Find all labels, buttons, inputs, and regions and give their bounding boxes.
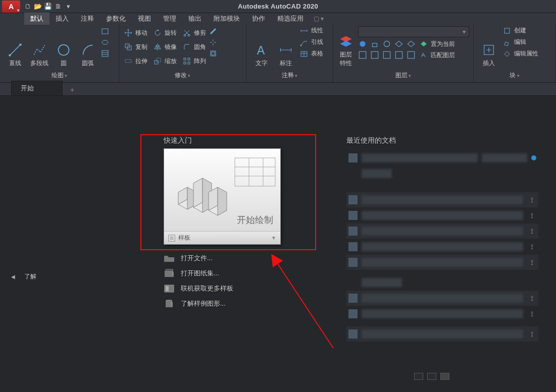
qat-saveas-icon[interactable]: 🗎 (54, 2, 63, 11)
pin-icon[interactable]: ⟟ (527, 211, 536, 220)
panel-draw-title[interactable]: 绘图 (52, 72, 68, 79)
erase-icon[interactable] (209, 27, 217, 35)
move-button[interactable]: 移动 (123, 26, 148, 39)
dimension-button[interactable]: 标注 (275, 26, 297, 68)
recent-item[interactable]: ⟟ (346, 306, 538, 321)
recent-item[interactable]: ⟟ (346, 192, 538, 207)
open-sheetset-link[interactable]: 打开图纸集... (164, 269, 281, 278)
ribbon-overflow-icon[interactable]: ▢ ▾ (314, 15, 324, 22)
sample-drawings-link[interactable]: 了解样例图形... (164, 299, 281, 308)
layer-a-icon[interactable] (358, 50, 367, 60)
recent-item[interactable]: ⟟ (346, 239, 538, 254)
leader-button[interactable]: 引线 (299, 38, 324, 46)
recent-item[interactable]: ⟟ (346, 326, 538, 342)
layer-freeze-icon[interactable] (358, 39, 367, 48)
tab-start[interactable]: 开始 (11, 81, 63, 95)
create-block-button[interactable]: 创建 (502, 26, 539, 35)
view-list-icon[interactable] (414, 373, 423, 380)
recent-item[interactable] (346, 275, 538, 290)
tab-featured[interactable]: 精选应用 (271, 13, 310, 25)
svg-rect-23 (373, 43, 377, 47)
view-grid-icon[interactable] (440, 373, 449, 380)
text-button[interactable]: A 文字 (250, 26, 273, 68)
learn-nav[interactable]: ◀ 了解 (11, 272, 36, 281)
pin-icon[interactable]: ⟟ (527, 258, 536, 267)
tab-default[interactable]: 默认 (24, 13, 49, 25)
qat-save-icon[interactable]: 💾 (43, 2, 53, 11)
pin-icon[interactable]: ⟟ (527, 227, 536, 236)
tab-view[interactable]: 视图 (132, 13, 157, 25)
layer-d-icon[interactable] (394, 50, 403, 60)
tab-collaborate[interactable]: 协作 (246, 13, 271, 25)
recent-item[interactable]: ⟟ (346, 255, 538, 270)
new-tab-button[interactable]: + (67, 84, 78, 95)
layer-c-icon[interactable] (382, 50, 391, 60)
panel-block-title[interactable]: 块 (510, 72, 520, 79)
line-button[interactable]: 直线 (4, 26, 26, 68)
rotate-button[interactable]: 旋转 (153, 26, 178, 39)
layer-lock-icon[interactable] (370, 39, 379, 48)
copy-button[interactable]: 复制 (123, 40, 148, 53)
layer-properties-button[interactable]: 图层 特性 (337, 26, 354, 68)
polyline-button[interactable]: 多段线 (28, 26, 50, 68)
explode-icon[interactable] (209, 38, 217, 46)
stretch-button[interactable]: 拉伸 (123, 54, 148, 68)
qat-new-icon[interactable]: 🗋 (23, 2, 32, 11)
layer-unisolate-icon[interactable] (407, 39, 416, 48)
layer-isolate-icon[interactable] (394, 39, 403, 48)
rotate-icon (154, 29, 162, 37)
rect-icon[interactable] (101, 27, 109, 35)
layer-dropdown[interactable]: ▾ (358, 26, 469, 37)
tab-output[interactable]: 输出 (182, 13, 208, 25)
open-file-link[interactable]: 打开文件... (164, 254, 281, 263)
doc-thumb-icon (348, 195, 358, 204)
panel-layer-title[interactable]: 图层 (395, 72, 412, 79)
recent-item[interactable]: ⟟ (346, 223, 538, 239)
panel-modify-title[interactable]: 修改 (175, 72, 191, 79)
tab-addins[interactable]: 附加模块 (208, 13, 246, 25)
tab-annotate[interactable]: 注释 (75, 13, 100, 25)
app-logo[interactable]: A (2, 1, 20, 13)
mirror-button[interactable]: 镜像 (153, 40, 178, 53)
edit-attr-button[interactable]: 编辑属性 (502, 49, 539, 58)
qat-open-icon[interactable]: 📂 (33, 2, 42, 11)
recent-item[interactable] (346, 166, 538, 181)
table-button[interactable]: 表格 (299, 49, 324, 58)
pin-icon[interactable]: ⟟ (527, 329, 536, 339)
layer-e-icon[interactable] (407, 50, 416, 60)
view-detail-icon[interactable] (427, 373, 436, 380)
svg-point-20 (300, 44, 302, 46)
pin-icon[interactable]: ⟟ (527, 195, 536, 204)
layer-b-icon[interactable] (370, 50, 379, 60)
pin-icon[interactable]: ⟟ (527, 309, 536, 318)
linear-button[interactable]: 线性 (299, 26, 324, 35)
arc-button[interactable]: 圆弧 (77, 26, 99, 68)
circle-button[interactable]: 圆 (53, 26, 75, 68)
trim-button[interactable]: 修剪 (182, 26, 207, 39)
tab-parametric[interactable]: 参数化 (100, 13, 132, 25)
qat-dropdown-icon[interactable]: ▾ (64, 2, 73, 11)
layer-off-icon[interactable] (382, 39, 391, 48)
tab-manage[interactable]: 管理 (157, 13, 182, 25)
recent-item[interactable] (346, 150, 538, 165)
scale-button[interactable]: 缩放 (153, 54, 178, 68)
array-button[interactable]: 阵列 (182, 54, 207, 68)
recent-item[interactable]: ⟟ (346, 291, 538, 306)
start-drawing-card[interactable]: 开始绘制 样板 ▼ (164, 148, 281, 245)
edit-block-button[interactable]: 编辑 (502, 38, 539, 46)
fillet-button[interactable]: 圆角 (182, 40, 207, 53)
recent-item[interactable]: ⟟ (346, 208, 538, 223)
set-current-button[interactable]: 置为当前 (419, 40, 456, 48)
offset-icon[interactable] (209, 49, 217, 58)
panel-annotate-title[interactable]: 注释 (282, 72, 298, 79)
svg-rect-28 (395, 51, 402, 59)
match-layer-button[interactable]: 匹配图层 (419, 51, 456, 60)
hatch-icon[interactable] (101, 49, 109, 58)
pin-icon[interactable]: ⟟ (527, 242, 536, 251)
pin-icon[interactable]: ⟟ (527, 294, 536, 303)
get-templates-link[interactable]: 联机获取更多样板 (164, 284, 281, 293)
template-dropdown[interactable]: 样板 ▼ (164, 231, 280, 244)
insert-block-button[interactable]: 插入 (478, 26, 500, 68)
tab-insert[interactable]: 插入 (49, 13, 75, 25)
ellipse-icon[interactable] (101, 38, 109, 46)
